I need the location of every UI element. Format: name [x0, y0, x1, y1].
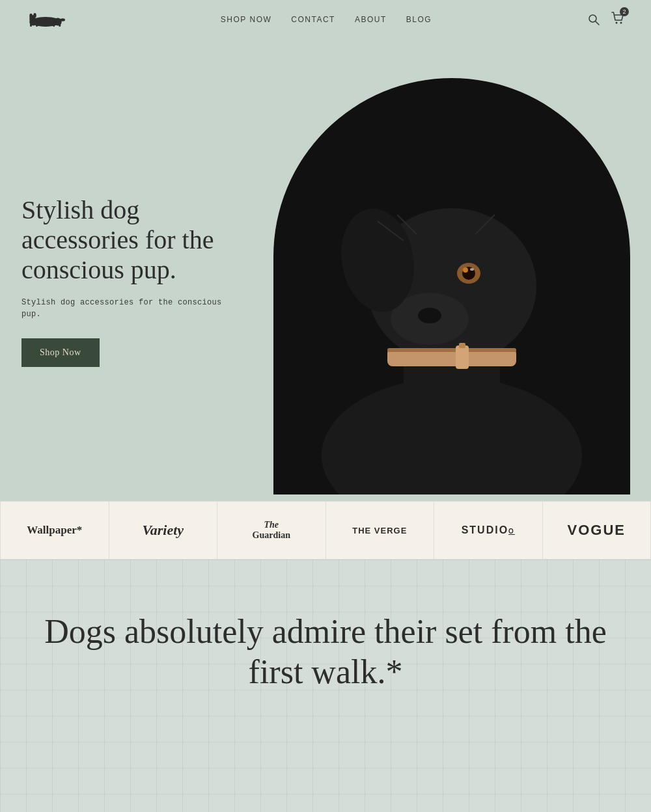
hero-title: Stylish dog accessories for the consciou… — [21, 195, 230, 285]
press-verge: THE VERGE — [326, 502, 435, 559]
svg-point-14 — [620, 22, 622, 24]
hero-image-area — [254, 39, 651, 501]
press-wallpaper: Wallpaper* — [1, 502, 109, 559]
nav-contact[interactable]: CONTACT — [291, 15, 335, 24]
press-vogue: VOGUE — [543, 502, 651, 559]
press-studio: STUDIOO — [434, 502, 543, 559]
guardian-logo: TheGuardian — [253, 520, 290, 541]
dog-image-arch — [273, 78, 630, 494]
nav-blog[interactable]: BLOG — [406, 15, 432, 24]
testimonial-section: Dogs absolutely admire their set from th… — [0, 560, 651, 812]
cart-count: 2 — [620, 7, 629, 16]
wallpaper-logo: Wallpaper* — [27, 524, 82, 537]
svg-point-8 — [29, 14, 33, 19]
svg-rect-4 — [36, 21, 38, 27]
svg-rect-26 — [456, 345, 469, 369]
nav-about[interactable]: ABOUT — [355, 15, 387, 24]
main-nav: SHOP NOW CONTACT ABOUT BLOG — [221, 15, 432, 24]
logo-dog-icon — [26, 10, 65, 29]
variety-logo: Variety — [142, 522, 184, 539]
svg-rect-6 — [59, 21, 61, 27]
testimonial-heading: Dogs absolutely admire their set from th… — [26, 612, 625, 745]
svg-rect-25 — [387, 348, 516, 352]
svg-point-22 — [463, 267, 468, 273]
press-variety: Variety — [109, 502, 218, 559]
svg-point-9 — [33, 13, 36, 18]
verge-logo: THE VERGE — [352, 526, 407, 535]
svg-rect-5 — [53, 21, 55, 27]
svg-point-13 — [615, 22, 617, 24]
hero-subtitle: Stylish dog accessories for the consciou… — [21, 297, 230, 320]
search-icon[interactable] — [587, 13, 600, 26]
header-icons: 2 — [587, 11, 625, 28]
nav-shop-now[interactable]: SHOP NOW — [221, 15, 271, 24]
svg-point-11 — [589, 15, 596, 22]
vogue-logo: VOGUE — [568, 522, 626, 539]
svg-point-28 — [418, 308, 441, 323]
svg-point-29 — [470, 268, 474, 271]
arch-container — [254, 39, 651, 501]
studio-logo: STUDIOO — [462, 524, 515, 536]
dog-illustration — [273, 78, 630, 494]
logo[interactable] — [26, 10, 65, 29]
svg-line-12 — [596, 21, 599, 25]
header: SHOP NOW CONTACT ABOUT BLOG 2 — [0, 0, 651, 39]
press-bar: Wallpaper* Variety TheGuardian THE VERGE… — [0, 501, 651, 560]
press-guardian: TheGuardian — [217, 502, 326, 559]
hero-section: Stylish dog accessories for the consciou… — [0, 39, 651, 501]
svg-rect-27 — [459, 343, 465, 348]
svg-point-10 — [61, 18, 66, 21]
hero-text-block: Stylish dog accessories for the consciou… — [21, 195, 230, 367]
cart-button[interactable]: 2 — [611, 11, 625, 28]
hero-cta-button[interactable]: Shop Now — [21, 338, 100, 367]
